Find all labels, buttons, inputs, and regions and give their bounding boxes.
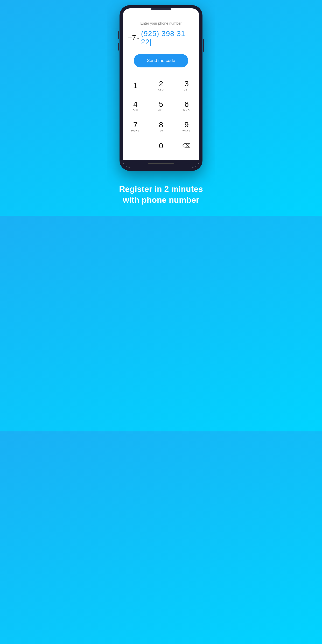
key-number-label: 5 bbox=[159, 100, 163, 108]
key-number-label: 4 bbox=[133, 100, 138, 108]
phone-number-display[interactable]: (925) 398 31 22| bbox=[141, 30, 194, 46]
home-indicator bbox=[148, 163, 174, 164]
key-7[interactable]: 7PQRS bbox=[123, 116, 148, 137]
key-letters-label: GHI bbox=[133, 109, 138, 111]
key-number-label: 6 bbox=[184, 100, 189, 108]
key-letters-label: PQRS bbox=[131, 129, 140, 132]
key-number-label: 1 bbox=[133, 82, 138, 89]
key-0[interactable]: 0 bbox=[148, 137, 174, 155]
key-letters-label: ABC bbox=[158, 88, 164, 91]
backspace-key[interactable]: ⌫ bbox=[174, 137, 199, 155]
key-letters-label: JKL bbox=[158, 109, 164, 111]
empty-key bbox=[123, 137, 148, 155]
tagline: Register in 2 minutes with phone number bbox=[107, 171, 215, 216]
send-code-button[interactable]: Send the code bbox=[134, 54, 188, 67]
key-number-label: 7 bbox=[133, 121, 138, 129]
key-number-label: 2 bbox=[159, 80, 163, 88]
country-code-selector[interactable]: +7 ▾ bbox=[128, 34, 139, 42]
key-3[interactable]: 3DEF bbox=[174, 75, 199, 96]
phone-bottom-bar bbox=[123, 160, 199, 168]
phone-input-row: +7 ▾ (925) 398 31 22| bbox=[128, 30, 194, 46]
key-9[interactable]: 9WXYZ bbox=[174, 116, 199, 137]
volume-button-down bbox=[118, 43, 119, 51]
power-button bbox=[203, 39, 204, 52]
keypad: 12ABC3DEF4GHI5JKL6MNO7PQRS8TUV9WXYZ0⌫ bbox=[123, 75, 199, 160]
key-letters-label: DEF bbox=[184, 88, 190, 91]
key-1[interactable]: 1 bbox=[123, 75, 148, 96]
phone-frame: Enter your phone number +7 ▾ (925) 398 3… bbox=[120, 5, 202, 171]
key-letters-label: WXYZ bbox=[183, 129, 191, 132]
key-8[interactable]: 8TUV bbox=[148, 116, 174, 137]
key-number-label: 8 bbox=[159, 121, 163, 129]
backspace-icon: ⌫ bbox=[183, 142, 191, 149]
key-letters-label: TUV bbox=[158, 129, 164, 132]
phone-screen: Enter your phone number +7 ▾ (925) 398 3… bbox=[123, 8, 199, 168]
volume-button-up bbox=[118, 31, 119, 39]
key-2[interactable]: 2ABC bbox=[148, 75, 174, 96]
key-number-label: 0 bbox=[159, 142, 163, 150]
phone-input-label: Enter your phone number bbox=[128, 21, 194, 25]
dropdown-arrow-icon: ▾ bbox=[137, 36, 139, 40]
key-number-label: 9 bbox=[184, 121, 189, 129]
country-code-value: +7 bbox=[128, 34, 136, 42]
key-number-label: 3 bbox=[184, 80, 189, 88]
key-5[interactable]: 5JKL bbox=[148, 96, 174, 116]
key-6[interactable]: 6MNO bbox=[174, 96, 199, 116]
key-letters-label: MNO bbox=[183, 109, 190, 111]
key-4[interactable]: 4GHI bbox=[123, 96, 148, 116]
